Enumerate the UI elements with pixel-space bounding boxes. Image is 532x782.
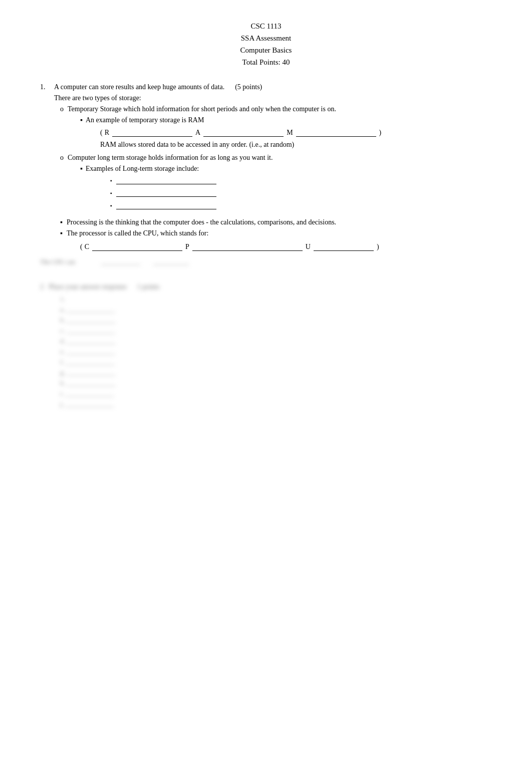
question-1-number: 1. xyxy=(40,83,50,91)
header-line2: SSA Assessment xyxy=(40,32,492,44)
cpu-open-paren: ( xyxy=(80,243,83,251)
blurred-question-2: 2 Place your answer response 1 points 1.… xyxy=(40,283,492,408)
lt-bullet-1: ▪ xyxy=(110,178,112,183)
lt-bullet-2: ▪ xyxy=(110,190,112,196)
lt-blank-1 xyxy=(116,176,216,184)
blurred-item-e: e. _______________ xyxy=(60,348,492,356)
cpu-text: The processor is called the CPU, which s… xyxy=(67,229,208,237)
blurred-item-b: b. _______________ xyxy=(60,316,492,324)
ram-a-blank xyxy=(203,128,284,137)
ram-a-label: A xyxy=(195,129,200,137)
cpu-u-label: U xyxy=(306,243,311,251)
blurred-item-j: j. _______________ xyxy=(60,400,492,408)
ram-m-blank xyxy=(296,128,376,137)
blurred-item-f: f. _______________ xyxy=(60,358,492,366)
blurred-sub-list: 1. a. _______________ b. _______________… xyxy=(60,295,492,408)
long-term-blank-3: ▪ xyxy=(110,201,492,209)
ram-m-label: M xyxy=(287,129,293,137)
processing-text: Processing is the thinking that the comp… xyxy=(67,218,336,226)
lt-blank-3 xyxy=(116,201,216,209)
header-line1: CSC 1113 xyxy=(40,20,492,32)
temp-storage-item: o Temporary Storage which hold informati… xyxy=(60,105,492,113)
blurred-item-h: h. _______________ xyxy=(60,379,492,387)
cpu-bullet-item: ▪ The processor is called the CPU, which… xyxy=(60,229,492,237)
cpu-bullet-symbol: ▪ xyxy=(60,229,63,237)
blurred-item-c: c. _______________ xyxy=(60,327,492,335)
long-term-text: Computer long term storage holds informa… xyxy=(68,154,273,162)
cpu-c-blank xyxy=(92,242,182,251)
question-1-text: A computer can store results and keep hu… xyxy=(54,83,262,91)
header-line4: Total Points: 40 xyxy=(40,56,492,68)
long-term-blanks: ▪ ▪ ▪ xyxy=(110,176,492,209)
ram-open-paren: ( xyxy=(100,129,103,137)
blurred-item-i: i. _______________ xyxy=(60,390,492,398)
ram-example-text: An example of temporary storage is RAM xyxy=(86,116,204,124)
blurred-item-d: d. _______________ xyxy=(60,337,492,345)
question-1-points: (5 points) xyxy=(235,83,262,91)
long-term-examples-text: Examples of Long-term storage include: xyxy=(86,165,199,173)
cpu-u-blank xyxy=(314,242,374,251)
blurred-section: The CPU can ____________ ___________ xyxy=(40,258,492,277)
blurred-item-a: a. _______________ xyxy=(60,306,492,314)
long-term-blank-2: ▪ xyxy=(110,188,492,197)
ram-bullet-symbol: ▪ xyxy=(80,116,83,124)
blurred-q2-title: 2 Place your answer response 1 points xyxy=(40,283,492,291)
ram-bullet: ▪ An example of temporary storage is RAM xyxy=(80,116,492,124)
lt-blank-2 xyxy=(116,188,216,197)
ram-r-label: R xyxy=(105,129,109,137)
cpu-p-blank xyxy=(192,242,303,251)
cpu-fill-row: ( C P U ) xyxy=(80,242,492,251)
long-term-examples-bullet: ▪ Examples of Long-term storage include: xyxy=(80,165,492,173)
document-header: CSC 1113 SSA Assessment Computer Basics … xyxy=(40,20,492,68)
long-term-bullet: o xyxy=(60,154,64,162)
cpu-close-paren: ) xyxy=(377,243,379,251)
cpu-p-label: P xyxy=(185,243,189,251)
lt-bullet-3: ▪ xyxy=(110,203,112,208)
processing-bullet-symbol: ▪ xyxy=(60,218,63,226)
question-1-subtitle: There are two types of storage: xyxy=(40,94,492,102)
ram-r-blank xyxy=(112,128,192,137)
temp-storage-bullet: o xyxy=(60,105,64,113)
question-1: 1. A computer can store results and keep… xyxy=(40,83,492,209)
ram-fill-row: ( R A M ) xyxy=(100,128,492,137)
blurred-item-g: g. _______________ xyxy=(60,369,492,377)
long-term-examples-symbol: ▪ xyxy=(80,165,83,173)
cpu-c-label: C xyxy=(85,243,89,251)
long-term-blank-1: ▪ xyxy=(110,176,492,184)
blurred-item-0: 1. xyxy=(60,295,492,303)
ram-close-paren: ) xyxy=(379,129,382,137)
document-content: 1. A computer can store results and keep… xyxy=(40,83,492,408)
temp-storage-text: Temporary Storage which hold information… xyxy=(68,105,336,113)
question-1-title: 1. A computer can store results and keep… xyxy=(40,83,492,91)
long-term-item: o Computer long term storage holds infor… xyxy=(60,154,492,162)
blurred-line2 xyxy=(40,269,492,277)
processing-bullet-item: ▪ Processing is the thinking that the co… xyxy=(60,218,492,226)
ram-description: RAM allows stored data to be accessed in… xyxy=(100,141,492,149)
blurred-line1: The CPU can ____________ ___________ xyxy=(40,258,492,266)
header-line3: Computer Basics xyxy=(40,44,492,56)
